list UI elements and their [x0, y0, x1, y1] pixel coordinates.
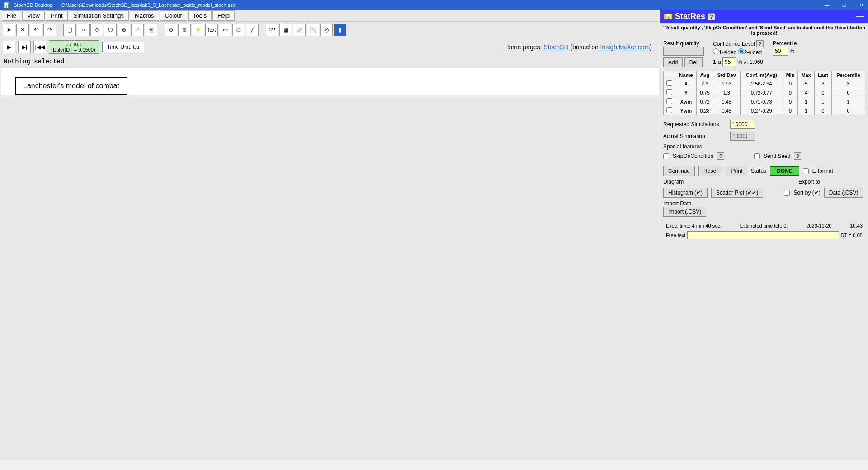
row-checkbox[interactable]: [666, 98, 672, 104]
agent-tool[interactable]: ⊙: [165, 24, 177, 36]
line-shape-tool[interactable]: ╱: [246, 24, 259, 36]
table-tool[interactable]: ▦: [279, 24, 292, 36]
result-quantity-label: Result quantity: [663, 40, 704, 47]
stock-tool[interactable]: ▢: [63, 24, 76, 36]
model-title[interactable]: Lanchester's model of combat: [15, 77, 127, 95]
menu-macros[interactable]: Macros: [130, 10, 159, 21]
insightmaker-link[interactable]: InsightMaker.com: [600, 43, 650, 51]
timeplot-tool[interactable]: 📈: [293, 24, 306, 36]
result-quantity-input[interactable]: [663, 47, 704, 56]
import-csv-button[interactable]: Import (.CSV): [663, 207, 706, 217]
stochsd-link[interactable]: StochSD: [543, 43, 568, 51]
play-button[interactable]: ▶: [3, 41, 15, 53]
menu-colour[interactable]: Colour: [160, 10, 187, 21]
ghost-tool[interactable]: 👻: [145, 24, 157, 36]
menu-print[interactable]: Print: [46, 10, 68, 21]
simulation-bar: ▶ ▶| |◀◀ 0 / 10.1 Euler(DT = 0.0500) Tim…: [0, 38, 660, 56]
app-title: StochSD Desktop: [14, 2, 53, 8]
1sided-radio[interactable]: [713, 48, 719, 54]
menu-simulation-settings[interactable]: Simulation Settings: [69, 10, 129, 21]
histogram-button[interactable]: Histogram (✔): [663, 188, 708, 198]
row-checkbox[interactable]: [666, 80, 672, 86]
alpha-input[interactable]: [722, 57, 736, 66]
print-button[interactable]: Print: [726, 166, 747, 176]
delete-tool[interactable]: ✕: [16, 24, 29, 36]
rect-shape-tool[interactable]: ▭: [219, 24, 231, 36]
results-table: NameAvgStd.DevConf.Int(Avg)MinMaxLastPer…: [663, 71, 865, 115]
link-tool[interactable]: ⟋: [131, 24, 144, 36]
date-display: 2020-11-20: [806, 223, 831, 228]
clock-display: 10:43: [850, 223, 863, 228]
undo-tool[interactable]: ↶: [30, 24, 42, 36]
reset-button[interactable]: Reset: [698, 166, 722, 176]
menubar: File View Print Simulation Settings Macr…: [0, 10, 660, 22]
text-tool[interactable]: Text: [205, 24, 218, 36]
statres-title: StatRes: [675, 12, 705, 21]
redo-tool[interactable]: ↷: [43, 24, 56, 36]
step-button[interactable]: ▶|: [18, 41, 31, 53]
home-links: Home pages: StochSD (based on InsightMak…: [504, 43, 652, 51]
exec-time: Exec. time: 4 min 40 sec.: [666, 223, 722, 228]
skip-checkbox[interactable]: [663, 153, 669, 159]
eformat-checkbox[interactable]: [803, 168, 809, 174]
toolbar: ➤ ✕ ↶ ↷ ▢ ○ ◇ ⬡ ⊕ ⟋ 👻 ⊙: [0, 22, 660, 38]
pointer-tool[interactable]: ➤: [3, 24, 15, 36]
help-icon[interactable]: ?: [756, 40, 764, 47]
help-icon[interactable]: ?: [717, 152, 724, 160]
circle-tool[interactable]: ○: [77, 24, 90, 36]
menu-file[interactable]: File: [2, 10, 21, 21]
time-unit[interactable]: Time Unit: t.u: [102, 42, 144, 52]
help-icon[interactable]: ?: [794, 152, 801, 160]
action-tool[interactable]: ⚡: [192, 24, 204, 36]
menu-tools[interactable]: Tools: [188, 10, 212, 21]
2sided-radio[interactable]: [738, 48, 744, 54]
model-canvas[interactable]: Lanchester's model of combat 10.1 time S…: [1, 68, 659, 95]
flow-tool[interactable]: ⊕: [118, 24, 130, 36]
rewind-button[interactable]: |◀◀: [33, 41, 46, 53]
del-button[interactable]: Del: [684, 57, 703, 67]
selection-status: Nothing selected: [0, 56, 660, 67]
close-icon[interactable]: ✕: [858, 2, 864, 8]
requested-sim-input[interactable]: [730, 120, 755, 129]
sortby-checkbox[interactable]: [784, 190, 790, 196]
dt-display: DT = 0.05: [841, 233, 863, 238]
scatter-button[interactable]: Scatter Plot (✔✔): [711, 188, 763, 198]
continue-button[interactable]: Continue: [663, 166, 695, 176]
sim-progress: 0 / 10.1 Euler(DT = 0.0500): [49, 40, 99, 54]
statres-icon: 📊: [664, 14, 672, 19]
numbox-tool[interactable]: 123: [266, 24, 278, 36]
statres-panel: 📊 StatRes ? — 'Result quantity', 'SkipOn…: [660, 10, 868, 243]
est-time: Estimated time left: 0.: [740, 223, 788, 228]
app-icon: 📊: [4, 2, 10, 8]
row-checkbox[interactable]: [666, 107, 672, 113]
xyplot-tool[interactable]: ◎: [320, 24, 333, 36]
add-button[interactable]: Add: [663, 57, 683, 67]
actual-sim-display: [730, 132, 755, 141]
maximize-icon[interactable]: □: [841, 2, 847, 8]
diamond-tool[interactable]: ◇: [90, 24, 103, 36]
menu-view[interactable]: View: [22, 10, 45, 21]
help-icon[interactable]: ?: [708, 13, 715, 20]
compareplot-tool[interactable]: 📉: [307, 24, 319, 36]
lock-warning: 'Result quantity', 'SkipOnCondition' and…: [660, 23, 868, 38]
data-csv-button[interactable]: Data (.CSV): [824, 188, 863, 198]
collapse-icon[interactable]: —: [856, 12, 864, 21]
file-path: C:\Users\Downloads\StochSD_labs\lab3_5_L…: [61, 2, 236, 8]
menu-help[interactable]: Help: [212, 10, 235, 21]
row-checkbox[interactable]: [666, 89, 672, 95]
status-badge: DONE: [770, 166, 799, 176]
percentile-input[interactable]: [773, 47, 788, 56]
histogram-tool[interactable]: ▮: [334, 24, 346, 36]
hexagon-tool[interactable]: ⬡: [104, 24, 117, 36]
ellipse-shape-tool[interactable]: ⬭: [232, 24, 245, 36]
converter-tool[interactable]: ⊛: [178, 24, 191, 36]
free-text-input[interactable]: [687, 231, 839, 239]
seed-checkbox[interactable]: [754, 153, 760, 159]
minimize-icon[interactable]: —: [824, 2, 830, 8]
